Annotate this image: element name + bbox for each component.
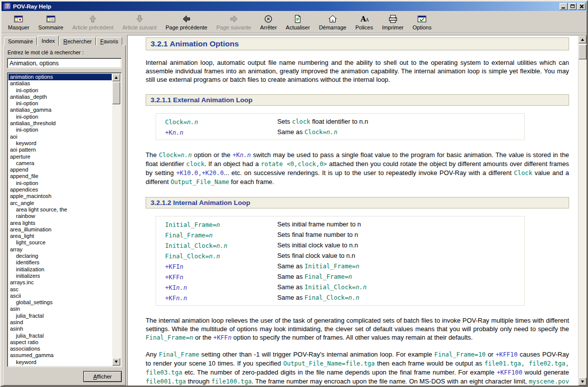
display-button[interactable]: Afficher xyxy=(83,371,122,382)
tab-rechercher[interactable]: Rechercher xyxy=(59,37,96,45)
index-list-item[interactable]: antialias_gamma xyxy=(8,107,112,113)
tab-index[interactable]: Index xyxy=(37,35,59,46)
index-list-item[interactable]: aoi pattern xyxy=(8,147,112,153)
index-list-item[interactable]: aperture xyxy=(8,154,112,160)
arrow-up-icon xyxy=(115,76,118,79)
index-list-item[interactable]: rainbow xyxy=(8,213,112,219)
close-button[interactable] xyxy=(578,3,586,10)
index-list-item[interactable]: ini-option xyxy=(8,127,112,133)
index-list-item[interactable]: antialias_threshold xyxy=(8,120,112,127)
scroll-down-button[interactable] xyxy=(112,358,120,366)
index-list-item[interactable]: array xyxy=(8,246,112,253)
maximize-button[interactable] xyxy=(569,3,577,10)
index-list-item[interactable]: asc xyxy=(8,286,112,293)
index-list-item[interactable]: identifiers xyxy=(8,259,112,266)
index-list-scrollbar[interactable] xyxy=(112,74,120,366)
tab-sommaire[interactable]: Sommaire xyxy=(4,37,37,45)
main-area: Sommaire Index Rechercher Favoris Entrez… xyxy=(1,33,587,386)
index-list-item[interactable]: keyword xyxy=(8,140,112,147)
toolbar-button-next-article[interactable]: Article suivant xyxy=(118,12,161,32)
paragraph: Any Final_Frame setting other than -1 wi… xyxy=(146,350,569,386)
index-list-item[interactable]: ascii xyxy=(8,293,112,299)
index-list-item[interactable]: julia_fractal xyxy=(8,313,112,319)
index-list-item[interactable]: appendices xyxy=(8,187,112,193)
index-list-item[interactable]: associations xyxy=(8,346,112,352)
home-icon xyxy=(328,14,338,24)
index-list-item[interactable]: asinh xyxy=(8,326,112,332)
scrollbar-thumb[interactable] xyxy=(579,44,587,59)
arrow-down-icon xyxy=(581,381,584,383)
index-list-item[interactable]: keyword xyxy=(8,359,112,366)
toolbar-button-refresh[interactable]: Actualiser xyxy=(281,12,314,32)
index-list-item[interactable]: area_light xyxy=(8,233,112,239)
index-list-item[interactable]: arc_angle xyxy=(8,200,112,206)
options-table: Clock=n.nSets clock float identifier to … xyxy=(156,113,525,140)
scroll-up-button[interactable] xyxy=(112,74,120,81)
index-list-item[interactable]: animation options xyxy=(8,74,112,80)
minimize-button[interactable] xyxy=(560,3,568,10)
index-list-item[interactable]: light_source xyxy=(8,239,112,246)
index-list-item[interactable]: antialias_depth xyxy=(8,94,112,100)
index-list: animation optionsantialiasini-optionanti… xyxy=(8,74,112,366)
toolbar-button-home[interactable]: Démarrage xyxy=(314,12,351,32)
index-list-item[interactable]: append xyxy=(8,167,112,173)
option-table-row: +KFn.nSame as Final_Clock=n.n xyxy=(165,292,520,303)
index-list-item[interactable]: asin xyxy=(8,306,112,312)
index-list-item[interactable]: ini-option xyxy=(8,87,112,94)
arrow-up-icon xyxy=(88,14,98,24)
index-list-item[interactable]: global_settings xyxy=(8,299,112,306)
refresh-page-icon xyxy=(293,14,303,24)
maximize-icon xyxy=(571,4,575,8)
index-list-item[interactable]: arrays.inc xyxy=(8,279,112,286)
toolbar-button-previous-page[interactable]: Page précédente xyxy=(161,12,212,32)
index-list-item[interactable]: declaring xyxy=(8,253,112,259)
index-list-item[interactable]: julia_fractal xyxy=(8,333,112,339)
printer-icon xyxy=(388,14,398,24)
index-list-item[interactable]: ini-option xyxy=(8,100,112,107)
index-list-item[interactable]: antialias xyxy=(8,80,112,87)
keyword-search-input[interactable] xyxy=(7,58,122,68)
scrollbar-track[interactable] xyxy=(579,43,587,378)
index-list-item[interactable]: area_illumination xyxy=(8,226,112,233)
index-list-item[interactable]: initializers xyxy=(8,273,112,279)
index-list-item[interactable]: asind xyxy=(8,319,112,326)
toolbar-button-next-page[interactable]: Page suivante xyxy=(212,12,256,32)
index-list-item[interactable]: area light source, the xyxy=(8,206,112,213)
svg-text:?: ? xyxy=(6,3,9,8)
toolbar-button-print[interactable]: Imprimer xyxy=(378,12,408,32)
svg-text:A: A xyxy=(365,17,369,22)
paragraph: The internal animation loop relieves the… xyxy=(146,316,569,342)
index-list-item[interactable]: append_file xyxy=(8,173,112,180)
content-scrollbar[interactable] xyxy=(578,35,587,386)
option-table-row: +KFFnSame as Final_Frame=n xyxy=(165,271,520,282)
index-list-item[interactable]: initialization xyxy=(8,266,112,273)
arrow-right-icon xyxy=(229,14,239,24)
index-list-item[interactable]: area lights xyxy=(8,220,112,226)
option-table-row: Final_Frame=nSets final frame number to … xyxy=(165,229,520,240)
toolbar-button-previous-article[interactable]: Article précédent xyxy=(68,12,118,32)
toolbar-button-options[interactable]: Options xyxy=(408,12,436,32)
toolbar-button-contents[interactable]: Sommaire xyxy=(34,12,68,32)
index-list-item[interactable]: assumed_gamma xyxy=(8,352,112,359)
scroll-down-button[interactable] xyxy=(579,378,587,386)
title-bar[interactable]: ? POV-Ray Help xyxy=(1,1,587,11)
scroll-up-button[interactable] xyxy=(579,35,587,43)
index-list-item[interactable]: ini-option xyxy=(8,114,112,120)
index-list-item[interactable]: ini-option xyxy=(8,180,112,187)
toolbar-button-stop[interactable]: Arrêter xyxy=(255,12,281,32)
options-window-icon xyxy=(417,14,427,24)
index-list-item[interactable]: camera xyxy=(8,160,112,167)
scrollbar-thumb[interactable] xyxy=(112,82,120,104)
index-list-item[interactable]: apple_macintosh xyxy=(8,193,112,199)
page-heading: 3.2.1 Animation Options xyxy=(146,37,569,50)
index-list-item[interactable]: aspect ratio xyxy=(8,339,112,346)
tab-favoris[interactable]: Favoris xyxy=(96,37,122,45)
help-window: ? POV-Ray Help Masquer xyxy=(0,0,588,387)
toolbar-button-hide[interactable]: Masquer xyxy=(3,12,34,32)
arrow-left-icon xyxy=(182,14,192,24)
button-row: Afficher xyxy=(7,367,122,382)
index-list-item[interactable]: aoi xyxy=(8,134,112,140)
toolbar-button-fonts[interactable]: A A Polices xyxy=(351,12,377,32)
option-table-row: +KFInSame as Initial_Frame=n xyxy=(165,261,520,271)
keyword-search-label: Entrez le mot clé à rechercher : xyxy=(7,49,122,55)
